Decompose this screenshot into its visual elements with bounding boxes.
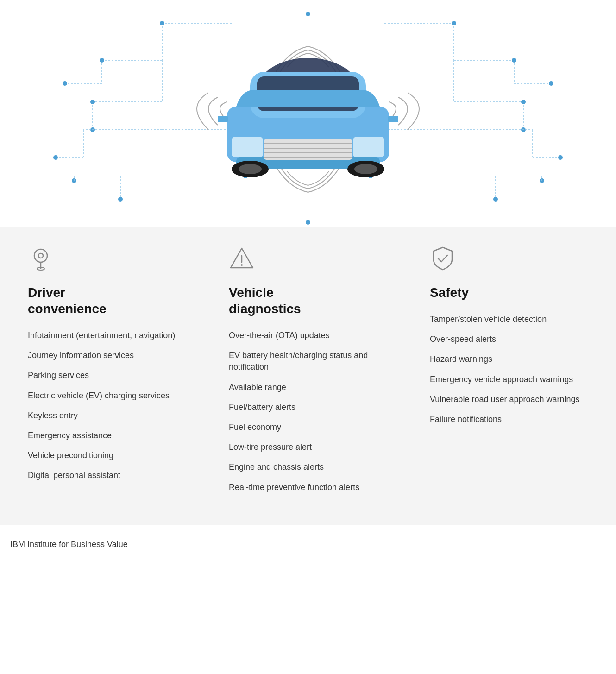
svg-point-36 xyxy=(521,100,526,104)
svg-rect-66 xyxy=(232,137,263,157)
svg-point-29 xyxy=(452,21,456,25)
location-pin-icon xyxy=(28,246,54,271)
svg-point-17 xyxy=(53,155,58,160)
svg-point-13 xyxy=(90,100,95,104)
list-item: Real-time preventive function alerts xyxy=(229,482,387,493)
list-item: Low-tire pressure alert xyxy=(229,441,387,453)
list-item: Vehicle preconditioning xyxy=(28,450,186,461)
cards-section: Driverconvenience Infotainment (entertai… xyxy=(0,227,616,525)
svg-point-75 xyxy=(38,253,43,258)
svg-point-43 xyxy=(493,197,498,202)
svg-point-31 xyxy=(549,81,553,86)
svg-point-20 xyxy=(118,197,123,202)
svg-rect-67 xyxy=(353,137,384,157)
svg-point-74 xyxy=(34,249,47,262)
diagram-area xyxy=(0,0,616,227)
list-item: Failure notifications xyxy=(430,414,588,425)
list-item: Hazard warnings xyxy=(430,353,588,365)
svg-point-48 xyxy=(306,12,310,16)
safety-card: Safety Tamper/stolen vehicle detection O… xyxy=(412,227,606,525)
list-item: Parking services xyxy=(28,370,186,381)
svg-rect-73 xyxy=(388,116,398,122)
list-item: Fuel/battery alerts xyxy=(229,402,387,413)
svg-point-70 xyxy=(239,164,262,174)
list-item: Over-the-air (OTA) updates xyxy=(229,330,387,341)
svg-point-6 xyxy=(160,21,164,25)
shield-check-icon xyxy=(430,246,456,271)
svg-rect-72 xyxy=(218,116,228,122)
svg-point-50 xyxy=(306,220,310,225)
list-item: Over-speed alerts xyxy=(430,334,588,345)
list-item: Journey information services xyxy=(28,350,186,361)
list-item: Keyless entry xyxy=(28,410,186,422)
safety-title: Safety xyxy=(430,284,588,301)
footer-text: IBM Institute for Business Value xyxy=(10,540,128,549)
vehicle-diagnostics-list: Over-the-air (OTA) updates EV battery he… xyxy=(229,330,387,493)
svg-point-8 xyxy=(63,81,67,86)
driver-convenience-card: Driverconvenience Infotainment (entertai… xyxy=(10,227,204,525)
warning-icon xyxy=(229,246,255,271)
list-item: Digital personal assistant xyxy=(28,470,186,481)
svg-rect-61 xyxy=(264,139,352,160)
driver-convenience-list: Infotainment (entertainment, navigation)… xyxy=(28,330,186,482)
svg-point-79 xyxy=(241,264,243,266)
connected-car-diagram xyxy=(0,0,616,227)
list-item: Tamper/stolen vehicle detection xyxy=(430,314,588,325)
list-item: Emergency assistance xyxy=(28,430,186,441)
safety-list: Tamper/stolen vehicle detection Over-spe… xyxy=(430,314,588,425)
svg-point-40 xyxy=(558,155,563,160)
svg-point-7 xyxy=(100,58,104,63)
svg-point-71 xyxy=(354,164,377,174)
list-item: Emergency vehicle approach warnings xyxy=(430,374,588,385)
list-item: Available range xyxy=(229,382,387,393)
list-item: Engine and chassis alerts xyxy=(229,461,387,473)
footer-area: IBM Institute for Business Value xyxy=(0,525,616,559)
vehicle-diagnostics-title: Vehiclediagnostics xyxy=(229,284,387,317)
list-item: EV battery health/charging status and no… xyxy=(229,350,387,373)
driver-convenience-title: Driverconvenience xyxy=(28,284,186,317)
svg-point-30 xyxy=(512,58,516,63)
list-item: Infotainment (entertainment, navigation) xyxy=(28,330,186,341)
list-item: Electric vehicle (EV) charging services xyxy=(28,390,186,402)
list-item: Fuel economy xyxy=(229,422,387,433)
vehicle-diagnostics-card: Vehiclediagnostics Over-the-air (OTA) up… xyxy=(211,227,405,525)
list-item: Vulnerable road user approach warnings xyxy=(430,394,588,405)
